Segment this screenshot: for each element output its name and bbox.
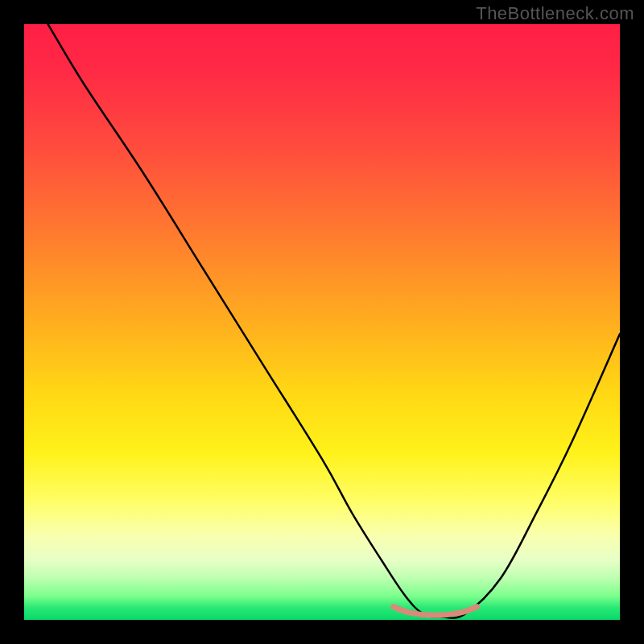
plot-area <box>24 24 620 620</box>
chart-svg <box>24 24 620 620</box>
bottleneck-curve-path <box>48 24 620 618</box>
watermark-text: TheBottleneck.com <box>476 3 634 24</box>
sweet-spot-path <box>394 607 477 616</box>
chart-frame: TheBottleneck.com <box>0 0 644 644</box>
